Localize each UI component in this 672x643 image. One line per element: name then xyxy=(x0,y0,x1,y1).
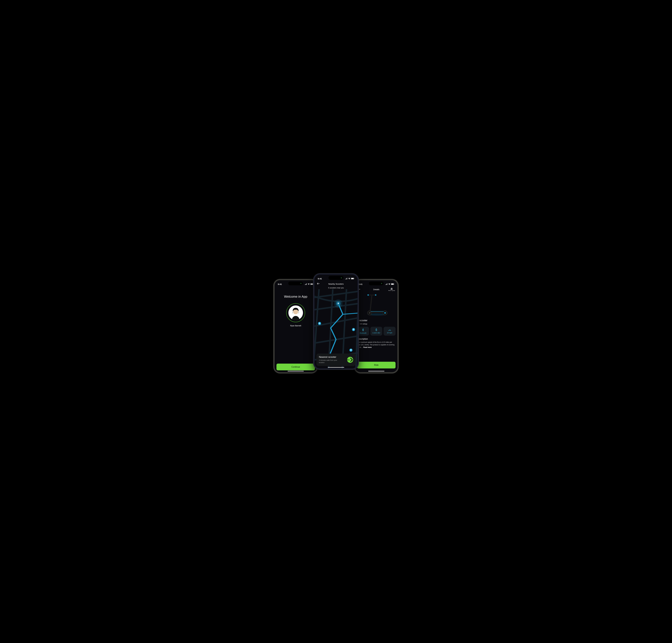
description-text: The maximum speed of the Eco is 12.5 mil… xyxy=(357,341,396,349)
dynamic-island xyxy=(288,281,303,285)
go-label: Go xyxy=(347,359,350,361)
nearby-subtitle: 5 scooters near you xyxy=(314,286,358,289)
back-button[interactable] xyxy=(317,282,320,285)
wifi-icon xyxy=(308,283,310,285)
home-indicator[interactable] xyxy=(288,371,304,372)
scooter-pin[interactable] xyxy=(349,349,352,352)
phone-welcome: 9:41 Welcome in App Ryan Barne xyxy=(274,279,318,373)
nearest-scooter-card: Nearest scooter 3 minutes walk from your… xyxy=(316,353,356,366)
svg-rect-32 xyxy=(375,294,376,296)
spec-label: Bluetooth xyxy=(360,332,366,334)
svg-point-10 xyxy=(338,303,338,304)
scooter-pin[interactable] xyxy=(318,322,321,325)
arrow-left-icon xyxy=(317,282,320,284)
svg-point-20 xyxy=(391,288,391,289)
screen-title: Nearby Scooters xyxy=(328,283,344,285)
avatar-ring xyxy=(286,303,305,322)
nearest-card-title: Nearest scooter xyxy=(319,356,342,359)
home-indicator[interactable] xyxy=(368,371,384,372)
dynamic-island xyxy=(369,281,384,285)
screen-title: Details xyxy=(373,288,379,291)
avatar[interactable] xyxy=(288,305,303,320)
phone-nearby: 9:41 Nearby Scooters 5 scooters near you xyxy=(313,274,359,369)
svg-rect-30 xyxy=(368,295,375,295)
wifi-icon xyxy=(348,278,350,279)
spec-speed: 24 mph xyxy=(384,327,396,336)
bluetooth-icon xyxy=(362,328,364,331)
svg-rect-29 xyxy=(370,295,372,312)
dynamic-island xyxy=(328,276,344,280)
svg-rect-28 xyxy=(370,311,384,312)
status-time: 9:41 xyxy=(318,277,322,280)
speedometer-icon xyxy=(388,329,391,331)
battery-icon xyxy=(310,283,313,285)
svg-rect-34 xyxy=(376,329,377,329)
product-name: E-scooter xyxy=(357,319,396,322)
chevron-right-icon xyxy=(350,357,353,363)
nearest-card-subtitle: 3 minutes walk from your location xyxy=(319,359,342,364)
user-name: Ryan Barnett xyxy=(290,325,301,327)
description-title: Description xyxy=(357,338,396,340)
status-icons xyxy=(385,283,394,285)
rating-text: 4.5 ratings xyxy=(360,323,367,325)
signal-icon xyxy=(345,278,348,279)
svg-rect-19 xyxy=(394,284,394,284)
status-time: 9:41 xyxy=(278,283,282,285)
welcome-title: Welcome in App xyxy=(284,295,307,299)
svg-point-14 xyxy=(353,329,354,330)
spec-battery: 4.4AH 36V xyxy=(370,327,382,336)
signal-icon xyxy=(305,283,307,285)
battery-icon xyxy=(351,278,354,279)
ride-button[interactable]: Ride xyxy=(357,362,396,368)
status-time: 9:41 xyxy=(359,283,362,285)
phone-details: 9:41 Details Book in group xyxy=(354,279,398,373)
svg-rect-27 xyxy=(370,312,384,313)
read-more-link[interactable]: Read more xyxy=(363,347,372,348)
battery-spec-icon xyxy=(375,328,377,331)
book-group-label: Book in group xyxy=(388,290,395,291)
spec-bluetooth: Bluetooth xyxy=(357,327,369,336)
continue-button[interactable]: Continue xyxy=(276,364,315,370)
svg-point-26 xyxy=(369,312,370,314)
map[interactable]: Nearest scooter 3 minutes walk from your… xyxy=(314,289,358,368)
spec-label: 4.4AH 36V xyxy=(372,332,380,334)
book-group-button[interactable]: Book in group xyxy=(388,288,395,291)
scooter-pin[interactable] xyxy=(352,328,355,331)
svg-rect-18 xyxy=(391,283,394,284)
svg-rect-1 xyxy=(311,283,313,284)
wifi-icon xyxy=(388,283,390,285)
status-icons xyxy=(305,283,313,285)
svg-rect-5 xyxy=(351,278,353,279)
svg-point-21 xyxy=(392,288,393,289)
go-button[interactable]: Go xyxy=(347,357,353,363)
rating-row: 4.5 ratings xyxy=(357,323,396,325)
status-icons xyxy=(345,278,354,279)
battery-icon xyxy=(391,283,394,285)
spec-label: 24 mph xyxy=(387,332,392,334)
group-icon xyxy=(390,288,393,290)
product-image xyxy=(357,292,396,318)
svg-point-24 xyxy=(384,312,386,314)
home-indicator[interactable] xyxy=(328,367,344,368)
svg-point-16 xyxy=(351,350,351,350)
svg-point-12 xyxy=(319,323,320,324)
svg-rect-31 xyxy=(368,294,369,296)
signal-icon xyxy=(385,283,388,285)
